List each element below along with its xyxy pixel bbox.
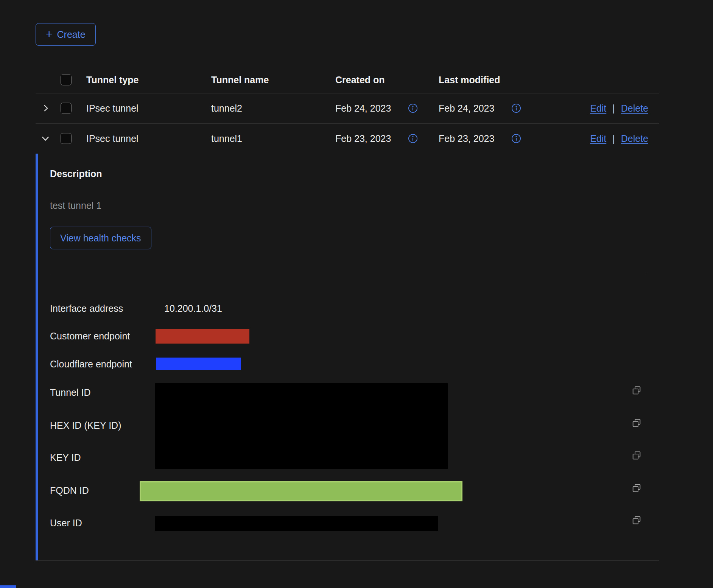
interface-address-value: 10.200.1.0/31 (164, 303, 222, 314)
customer-endpoint-redacted-value (156, 329, 249, 344)
copy-icon[interactable] (631, 515, 642, 526)
plus-icon: + (46, 28, 53, 40)
table-row-tunnel1: IPsec tunnel tunnel1 Feb 23, 2023 Feb 23… (36, 123, 659, 154)
row-checkbox[interactable] (61, 103, 72, 114)
row-actions: Edit | Delete (590, 133, 648, 144)
copy-icon[interactable] (631, 385, 642, 396)
cloudflare-endpoint-label: Cloudflare endpoint (50, 359, 132, 370)
copy-icon[interactable] (631, 450, 642, 461)
column-header-created-on: Created on (335, 74, 385, 85)
info-icon[interactable] (511, 134, 521, 143)
customer-endpoint-label: Customer endpoint (50, 331, 130, 342)
view-health-checks-label: View health checks (60, 233, 141, 244)
description-label: Description (50, 168, 102, 179)
actions-separator: | (612, 103, 615, 114)
key-id-label: KEY ID (50, 452, 81, 463)
delete-link[interactable]: Delete (621, 133, 648, 144)
tunnel-id-redacted-value (155, 383, 448, 469)
cell-tunnel-name: tunnel2 (211, 103, 242, 114)
create-button-label: Create (57, 29, 86, 40)
user-id-redacted-value (155, 516, 438, 531)
chevron-down-icon[interactable] (40, 133, 51, 144)
cell-tunnel-type: IPsec tunnel (86, 103, 139, 114)
cell-last-modified: Feb 23, 2023 (439, 133, 494, 144)
select-all-checkbox[interactable] (61, 74, 72, 85)
tunnels-page: + Create Tunnel type Tunnel name Created… (0, 0, 713, 588)
column-header-tunnel-type: Tunnel type (86, 74, 139, 85)
expanded-tunnel-detail: Description test tunnel 1 View health ch… (36, 154, 659, 561)
row-checkbox[interactable] (61, 133, 72, 144)
row-actions: Edit | Delete (590, 103, 648, 114)
cloudflare-endpoint-redacted-value (156, 358, 241, 370)
edit-link[interactable]: Edit (590, 133, 606, 144)
info-icon[interactable] (511, 103, 521, 113)
cell-last-modified: Feb 24, 2023 (439, 103, 494, 114)
cell-created-on: Feb 23, 2023 (335, 133, 391, 144)
cell-tunnel-type: IPsec tunnel (86, 133, 139, 144)
table-row-tunnel2: IPsec tunnel tunnel2 Feb 24, 2023 Feb 24… (36, 93, 659, 124)
section-divider (50, 275, 646, 275)
edit-link[interactable]: Edit (590, 103, 606, 114)
delete-link[interactable]: Delete (621, 103, 648, 114)
cell-created-on: Feb 24, 2023 (335, 103, 391, 114)
info-icon[interactable] (408, 134, 418, 143)
copy-icon[interactable] (631, 418, 642, 428)
cell-tunnel-name: tunnel1 (211, 133, 242, 144)
fqdn-id-label: FQDN ID (50, 485, 89, 496)
user-id-label: User ID (50, 518, 82, 529)
copy-icon[interactable] (631, 483, 642, 493)
interface-address-label: Interface address (50, 303, 123, 314)
tunnel-id-label: Tunnel ID (50, 387, 90, 398)
fqdn-id-redacted-value (140, 481, 462, 501)
hex-id-label: HEX ID (KEY ID) (50, 420, 121, 431)
table-header: Tunnel type Tunnel name Created on Last … (36, 66, 659, 93)
column-header-tunnel-name: Tunnel name (211, 74, 269, 85)
info-icon[interactable] (408, 103, 418, 113)
actions-separator: | (612, 133, 615, 144)
view-health-checks-button[interactable]: View health checks (50, 227, 151, 249)
chevron-right-icon[interactable] (41, 103, 51, 113)
create-button[interactable]: + Create (36, 23, 96, 46)
column-header-last-modified: Last modified (439, 74, 500, 85)
panel-accent-bar (36, 154, 38, 560)
description-text: test tunnel 1 (50, 200, 101, 211)
horizontal-scrollbar-thumb[interactable] (0, 585, 16, 588)
